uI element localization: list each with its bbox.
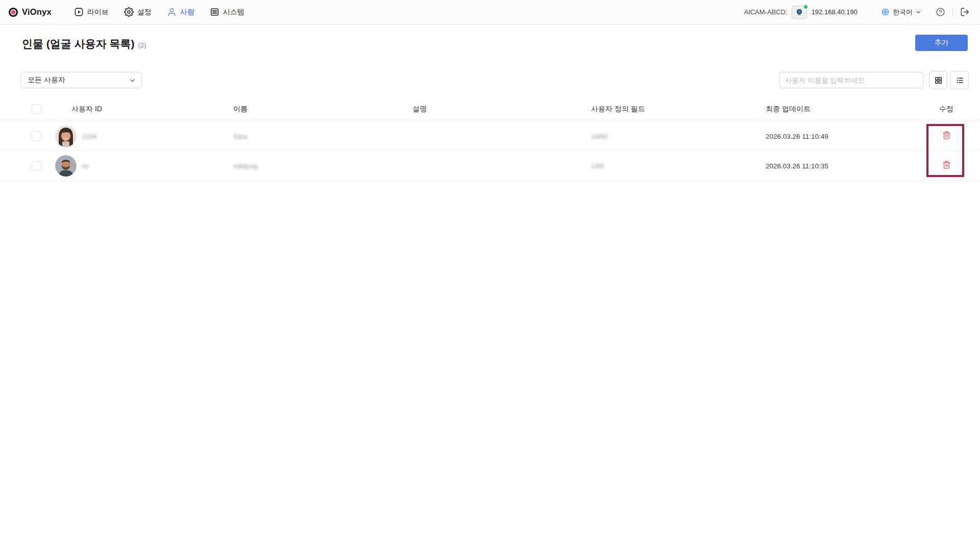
- nav-label-system: 시스템: [223, 8, 244, 17]
- camera-thumbnail[interactable]: [792, 6, 807, 19]
- device-ip: 192.168.40.190: [812, 8, 857, 16]
- brand-name: ViOnyx: [22, 7, 52, 17]
- device-name-label: AICAM-ABCD:: [744, 8, 787, 16]
- column-header-description: 설명: [412, 105, 427, 114]
- globe-icon: [881, 8, 890, 16]
- list-view-toggle-button[interactable]: [950, 71, 969, 89]
- delete-user-button[interactable]: [942, 131, 951, 140]
- last-updated-value: 2026.03.26 11:10:49: [766, 132, 828, 140]
- column-header-custom-field: 사용자 정의 필드: [591, 105, 645, 114]
- nav-item-settings[interactable]: 설정: [124, 7, 152, 17]
- list-view-icon: [955, 76, 964, 85]
- nav-item-live[interactable]: 라이브: [74, 7, 109, 17]
- table-row: mr mikljung 14/5 2026.03.26 11:10:35: [0, 151, 980, 181]
- logout-button[interactable]: [960, 7, 970, 17]
- row-checkbox[interactable]: [32, 161, 41, 170]
- language-value: 한국어: [893, 8, 913, 17]
- column-header-user-id: 사용자 ID: [71, 105, 102, 114]
- main-nav: 라이브 설정 사람: [74, 7, 244, 17]
- page-title-text: 인물 (얼굴 사용자 목록): [22, 37, 135, 51]
- search-box: [779, 72, 923, 88]
- nav-item-people[interactable]: 사람: [167, 7, 194, 17]
- chevron-down-icon: [129, 77, 136, 84]
- nav-label-people: 사람: [180, 8, 194, 17]
- chevron-down-icon: [916, 9, 921, 15]
- nav-label-live: 라이브: [87, 8, 109, 17]
- row-checkbox[interactable]: [32, 131, 41, 141]
- nav-item-system[interactable]: 시스템: [210, 7, 244, 17]
- select-all-checkbox[interactable]: [32, 104, 41, 114]
- search-input[interactable]: [785, 77, 918, 84]
- user-avatar-man: [55, 155, 77, 177]
- column-header-name: 이름: [233, 105, 248, 114]
- vionyx-logo-icon: [8, 7, 18, 17]
- table-row: 1234 Sara 14/50 2026.03.26 11:10:49: [0, 121, 980, 151]
- custom-field-value-redacted: 14/5: [591, 162, 604, 169]
- live-play-icon: [74, 7, 84, 17]
- brand-logo[interactable]: ViOnyx: [8, 7, 52, 17]
- person-icon: [167, 7, 177, 17]
- page-title: 인물 (얼굴 사용자 목록) (2): [22, 37, 146, 51]
- topbar-right-group: AICAM-ABCD: 192.168.40.190 한국어: [744, 6, 970, 19]
- edit-cell: [937, 131, 955, 142]
- add-user-button[interactable]: 추가: [915, 35, 968, 51]
- help-button[interactable]: [936, 7, 945, 17]
- face-user-table: 사용자 ID 이름 설명 사용자 정의 필드 최종 업데이트 수정 1234 S: [0, 97, 980, 181]
- user-id-value-redacted: mr: [82, 162, 89, 169]
- edit-cell: [937, 160, 955, 171]
- grid-view-toggle-button[interactable]: [929, 71, 947, 89]
- column-header-last-updated: 최종 업데이트: [766, 105, 811, 114]
- user-name-value-redacted: Sara: [233, 132, 247, 140]
- table-header-row: 사용자 ID 이름 설명 사용자 정의 필드 최종 업데이트 수정: [0, 97, 980, 121]
- grid-view-icon: [934, 76, 943, 85]
- user-filter-dropdown[interactable]: 모든 사용자: [20, 72, 142, 88]
- system-list-icon: [210, 7, 219, 17]
- user-avatar-woman: [55, 126, 77, 147]
- nav-label-settings: 설정: [137, 8, 152, 17]
- user-name-value-redacted: mikljung: [233, 162, 258, 169]
- topbar-divider: [952, 8, 953, 16]
- online-status-dot: [803, 5, 808, 9]
- top-navigation-bar: ViOnyx 라이브 설정: [0, 0, 980, 24]
- delete-user-button[interactable]: [942, 160, 951, 169]
- language-selector[interactable]: 한국어: [881, 8, 921, 17]
- user-count-badge: (2): [138, 41, 146, 49]
- column-header-edit: 수정: [937, 105, 955, 114]
- settings-gear-icon: [124, 7, 134, 17]
- user-filter-selected-value: 모든 사용자: [28, 76, 65, 85]
- last-updated-value: 2026.03.26 11:10:35: [766, 162, 828, 169]
- custom-field-value-redacted: 14/50: [591, 132, 608, 140]
- user-id-value-redacted: 1234: [82, 132, 96, 140]
